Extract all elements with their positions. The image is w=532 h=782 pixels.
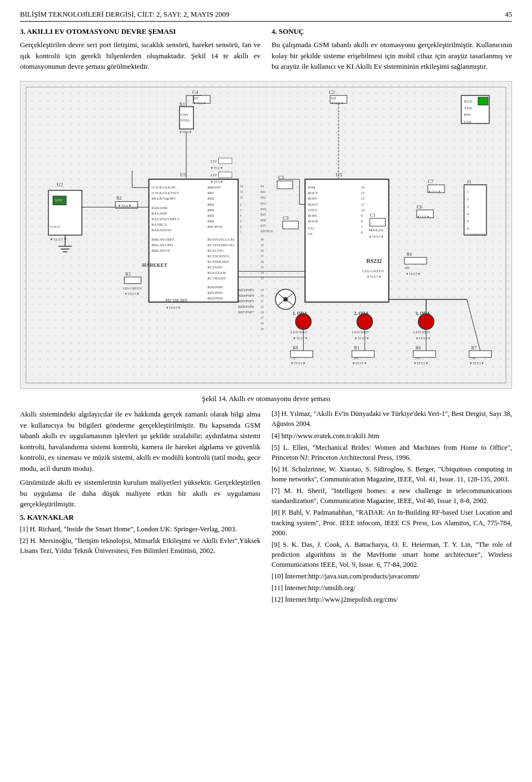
svg-text:▼TEX▼: ▼TEX▼ — [179, 130, 192, 133]
svg-text:RA0/AND: RA0/AND — [152, 205, 168, 209]
svg-rect-65 — [305, 179, 388, 302]
svg-text:34: 34 — [260, 271, 264, 275]
svg-text:RC7/RX/DT: RC7/RX/DT — [207, 276, 226, 280]
svg-rect-59 — [124, 277, 141, 283]
svg-text:▼TEX▼: ▼TEX▼ — [428, 190, 441, 194]
svg-text:3: 3 — [467, 204, 469, 209]
svg-text:ZZF: ZZF — [210, 173, 217, 177]
svg-text:R1: R1 — [354, 346, 359, 351]
svg-text:▼TEX▼: ▼TEX▼ — [210, 180, 223, 184]
svg-text:RXD: RXD — [464, 99, 472, 104]
svg-text:IOM: IOM — [308, 185, 315, 189]
header-left: BİLİŞİM TEKNOLOJİLERİ DERGİSİ, CİLT: 2, … — [20, 10, 229, 19]
svg-text:3. ODA: 3. ODA — [416, 311, 430, 316]
svg-point-154 — [283, 297, 288, 301]
ref-1: [1] H. Richard, "Inside the Smart Home",… — [20, 524, 260, 534]
svg-text:▼TEX▼: ▼TEX▼ — [117, 203, 132, 207]
svg-text:5: 5 — [240, 219, 242, 222]
svg-text:RC3/SCK/SCL: RC3/SCK/SCL — [207, 254, 229, 258]
svg-text:39: 39 — [260, 243, 264, 247]
svg-text:▼TEXT▼: ▼TEXT▼ — [406, 272, 421, 276]
svg-text:▼TEXT▼: ▼TEXT▼ — [290, 362, 305, 365]
svg-text:VS: VS — [308, 231, 313, 235]
svg-text:5: 5 — [467, 219, 469, 223]
svg-text:13: 13 — [361, 191, 365, 195]
svg-rect-18 — [180, 106, 193, 129]
svg-text:▼TEXT▼: ▼TEXT▼ — [49, 237, 67, 241]
svg-text:4: 4 — [467, 211, 469, 216]
svg-text:RB7PGD: RB7PGD — [260, 229, 274, 232]
svg-text:3: 3 — [240, 208, 242, 211]
svg-text:3.3V: 3.3V — [54, 198, 62, 202]
svg-text:R6: R6 — [416, 346, 421, 351]
svg-text:21: 21 — [260, 299, 264, 302]
svg-text:RB1/AN1/INT: RB1/AN1/INT — [152, 243, 173, 247]
svg-text:33: 33 — [240, 190, 243, 194]
svg-text:▼TEXT▼: ▼TEXT▼ — [469, 362, 484, 365]
section5-title: 5. KAYNAKLAR — [20, 513, 260, 522]
svg-text:V51: V51 — [308, 226, 314, 230]
svg-text:▼TEXT▼: ▼TEXT▼ — [413, 362, 428, 365]
svg-text:CTS: CTS — [464, 119, 471, 124]
svg-text:C2: C2 — [329, 89, 335, 95]
svg-text:C3: C3 — [283, 215, 289, 220]
svg-text:R2: R2 — [116, 196, 121, 201]
svg-text:U2: U2 — [57, 182, 63, 187]
svg-text:200: 200 — [415, 357, 420, 360]
svg-text:U1: U1 — [180, 172, 186, 177]
svg-text:▼TEX▼: ▼TEX▼ — [210, 166, 223, 170]
svg-text:O SCK/CLK/OUT: O SCK/CLK/OUT — [152, 191, 179, 195]
svg-text:RA3/RC/I: RA3/RC/I — [152, 222, 167, 226]
svg-text:LED-GREEN: LED-GREEN — [122, 286, 141, 290]
svg-text:28: 28 — [260, 310, 264, 313]
svg-text:RC4/SDI/SDA: RC4/SDI/SDA — [207, 260, 229, 263]
section4-para1: Bu çalışmada GSM tabanlı akıllı ev otoma… — [272, 39, 512, 72]
section3-col: 3. AKILLI EV OTOMASYONU DEVRE ŞEMASI Ger… — [20, 27, 260, 75]
svg-text:6: 6 — [467, 226, 469, 230]
svg-text:RB3: RB3 — [207, 202, 214, 206]
section3-para1: Gerçekleştirilen devre seri port iletişi… — [20, 39, 260, 72]
svg-text:C7: C7 — [428, 179, 434, 184]
svg-text:20: 20 — [260, 293, 264, 297]
svg-text:10: 10 — [361, 207, 365, 211]
svg-text:RD7/PSP7: RD7/PSP7 — [238, 309, 254, 313]
svg-text:1. ODA: 1. ODA — [293, 311, 307, 316]
svg-point-127 — [357, 313, 372, 329]
ref-6: [6] H. Schulzrinne, W. Xiaotao, S. Sidir… — [272, 464, 512, 484]
svg-text:26: 26 — [260, 321, 264, 324]
ref-3: [3] H. Yılmaz, "Akıllı Ev'in Dünyadaki v… — [272, 409, 512, 429]
svg-text:RA4/AN3/SS: RA4/AN3/SS — [152, 227, 172, 231]
svg-text:35: 35 — [260, 266, 264, 269]
bottom-para1: Akıllı sistemindeki algılayıcılar ile ev… — [20, 409, 260, 474]
svg-text:RB1: RB1 — [207, 191, 214, 195]
svg-text:RD3/PSP3: RD3/PSP3 — [238, 287, 254, 291]
svg-text:RC6/TX/CK: RC6/TX/CK — [207, 271, 226, 275]
section3-title: 3. AKILLI EV OTOMASYONU DEVRE ŞEMASI — [20, 27, 260, 36]
svg-text:RD6/PSP6: RD6/PSP6 — [238, 304, 254, 308]
svg-text:RC1/FO/SDI/CK2: RC1/FO/SDI/CK2 — [207, 243, 234, 247]
svg-text:LED-RED: LED-RED — [413, 330, 430, 334]
svg-text:RD5/PSP5: RD5/PSP5 — [238, 298, 254, 302]
references-left: [1] H. Richard, "Inside the Smart Home",… — [20, 524, 260, 556]
svg-text:6: 6 — [240, 225, 242, 228]
svg-text:RB2: RB2 — [207, 196, 214, 200]
svg-rect-172 — [218, 158, 232, 163]
svg-text:27: 27 — [260, 316, 264, 319]
header-right: 45 — [505, 10, 512, 19]
svg-text:VOUT: VOUT — [49, 224, 60, 228]
ref-11: [11] İnternet:http://smslib.org/ — [272, 583, 512, 593]
svg-text:C6: C6 — [417, 204, 423, 209]
svg-text:200: 200 — [471, 357, 476, 360]
svg-text:R87: R87 — [260, 224, 266, 227]
svg-text:LED-RED: LED-RED — [290, 330, 307, 334]
svg-text:▼TEX▼: ▼TEX▼ — [331, 101, 344, 105]
svg-text:R4: R4 — [407, 252, 412, 257]
svg-text:C1: C1 — [370, 212, 376, 217]
svg-text:2. ODA: 2. ODA — [354, 311, 369, 316]
svg-point-123 — [295, 313, 311, 329]
svg-text:TXD: TXD — [464, 106, 472, 110]
svg-text:R7: R7 — [472, 346, 477, 351]
svg-text:RB0/INT: RB0/INT — [207, 185, 221, 189]
svg-text:▼TEXT▼: ▼TEXT▼ — [416, 337, 431, 340]
svg-text:▼TEXT▼: ▼TEXT▼ — [369, 235, 383, 238]
